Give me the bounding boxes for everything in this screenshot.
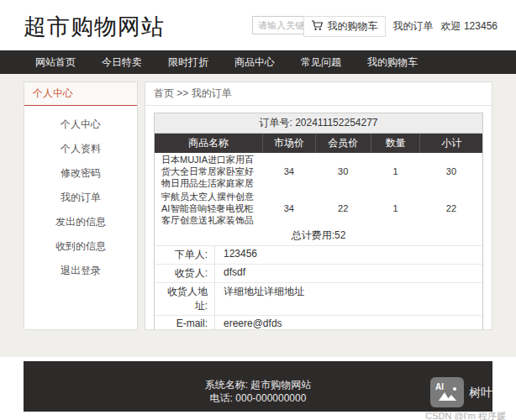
site-title: 超市购物网站 bbox=[24, 12, 165, 42]
order-number-value: 202411152254277 bbox=[295, 117, 377, 129]
subtotal: 22 bbox=[420, 190, 482, 227]
table-body: 日本MUJIA进口家用百货大全日常居家卧室好物日用品生活家庭家居 34 30 1… bbox=[155, 153, 482, 227]
watermark: AI 树叶云 CSDN @I'm 程序媛 bbox=[425, 377, 506, 420]
member-price: 30 bbox=[315, 153, 371, 190]
sidebar-item[interactable]: 个人资料 bbox=[24, 137, 137, 161]
sidebar-menu: 个人中心 个人资料 修改密码 我的订单 发出的信息 收到的信息 退出登录 bbox=[24, 106, 137, 283]
sidebar-item[interactable]: 收到的信息 bbox=[24, 234, 137, 259]
content-band: 个人中心 个人中心 个人资料 修改密码 我的订单 发出的信息 收到的信息 退出登… bbox=[0, 74, 516, 357]
footer-system-label: 系统名称: bbox=[205, 379, 248, 391]
nav-item[interactable]: 商品中心 bbox=[228, 50, 282, 74]
product-name: 宇航员太空人摆件创意AI智能音响轻奢电视柜客厅创意送礼家装饰品 bbox=[155, 190, 263, 227]
market-price: 34 bbox=[263, 190, 315, 227]
watermark-credit: CSDN @I'm 程序媛 bbox=[425, 410, 506, 420]
footer-phone-label: 电话: bbox=[210, 392, 233, 404]
table-header-cell: 小计 bbox=[420, 134, 482, 153]
order-items-table: 商品名称 市场价 会员价 数量 小计 bbox=[155, 134, 482, 227]
header: 超市购物网站 我的购物车 我的订单 欢迎 123456 bbox=[0, 0, 516, 50]
detail-value: ereere@dfds bbox=[215, 316, 482, 330]
detail-value: 123456 bbox=[215, 246, 482, 264]
watermark-text-light: 树叶 bbox=[469, 386, 492, 399]
footer-phone: 电话: 000-000000000 bbox=[24, 391, 492, 405]
header-links: 我的购物车 我的订单 欢迎 123456 bbox=[303, 16, 498, 37]
sidebar-title: 个人中心 bbox=[24, 82, 137, 106]
cart-icon bbox=[311, 20, 324, 34]
nav-item[interactable]: 今日特卖 bbox=[95, 50, 149, 74]
footer: 系统名称: 超市购物网站 电话: 000-000000000 bbox=[24, 361, 492, 412]
header-cart-label: 我的购物车 bbox=[328, 19, 378, 34]
detail-value: 详细地址详细地址 bbox=[215, 283, 482, 315]
sidebar-item[interactable]: 我的订单 bbox=[24, 186, 137, 210]
ai-image-icon: AI bbox=[430, 377, 464, 407]
sidebar-item[interactable]: 修改密码 bbox=[24, 161, 137, 186]
nav-list: 网站首页 今日特卖 限时打折 商品中心 常见问题 我的购物车 bbox=[0, 50, 516, 74]
breadcrumb[interactable]: 首页 >> 我的订单 bbox=[145, 82, 492, 106]
table-row: 宇航员太空人摆件创意AI智能音响轻奢电视柜客厅创意送礼家装饰品 34 22 1 … bbox=[155, 190, 482, 227]
main-nav: 网站首页 今日特卖 限时打折 商品中心 常见问题 我的购物车 bbox=[0, 50, 516, 74]
nav-item[interactable]: 网站首页 bbox=[29, 50, 82, 74]
footer-system-name: 系统名称: 超市购物网站 bbox=[24, 378, 492, 391]
order-panel: 订单号: 202411152254277 商品名称 市场价 会员价 bbox=[154, 113, 483, 330]
sidebar: 个人中心 个人中心 个人资料 修改密码 我的订单 发出的信息 收到的信息 退出登… bbox=[24, 81, 138, 330]
nav-item[interactable]: 限时打折 bbox=[161, 50, 215, 74]
detail-row: 收货人: dfsdf bbox=[155, 264, 482, 282]
detail-row: E-mail: ereere@dfds bbox=[155, 315, 482, 330]
detail-label: 收货人: bbox=[155, 265, 215, 282]
table-header-row: 商品名称 市场价 会员价 数量 小计 bbox=[155, 134, 482, 153]
nav-item[interactable]: 我的购物车 bbox=[361, 50, 424, 74]
svg-text:AI: AI bbox=[435, 382, 444, 391]
watermark-text-bold: 云 bbox=[492, 385, 506, 399]
table-header-cell: 会员价 bbox=[315, 134, 371, 153]
subtotal: 30 bbox=[420, 153, 482, 190]
total-cost: 总计费用:52 bbox=[155, 227, 482, 245]
header-cart-link[interactable]: 我的购物车 bbox=[303, 16, 386, 37]
table-row: 日本MUJIA进口家用百货大全日常居家卧室好物日用品生活家庭家居 34 30 1… bbox=[155, 153, 482, 190]
sidebar-item[interactable]: 退出登录 bbox=[24, 259, 137, 283]
order-details: 下单人: 123456 收货人: dfsdf 收货人地址: 详细地址详细地址 bbox=[155, 245, 482, 330]
detail-label: 下单人: bbox=[155, 246, 215, 264]
footer-phone-value: 000-000000000 bbox=[235, 392, 306, 404]
market-price: 34 bbox=[263, 153, 315, 190]
detail-row: 收货人地址: 详细地址详细地址 bbox=[155, 282, 482, 315]
table-header-cell: 市场价 bbox=[263, 134, 315, 153]
welcome-text: 欢迎 123456 bbox=[441, 19, 498, 34]
sidebar-item[interactable]: 个人中心 bbox=[24, 113, 137, 137]
member-price: 22 bbox=[315, 190, 371, 227]
watermark-row: AI 树叶云 bbox=[425, 377, 506, 407]
table-header-cell: 商品名称 bbox=[155, 134, 263, 153]
detail-label: E-mail: bbox=[155, 316, 215, 330]
detail-label: 收货人地址: bbox=[155, 283, 215, 315]
footer-system-value: 超市购物网站 bbox=[250, 379, 311, 391]
detail-row: 下单人: 123456 bbox=[155, 245, 482, 264]
quantity: 1 bbox=[371, 153, 420, 190]
detail-value: dfsdf bbox=[215, 265, 482, 282]
sidebar-item[interactable]: 发出的信息 bbox=[24, 210, 137, 234]
nav-item[interactable]: 常见问题 bbox=[294, 50, 348, 74]
order-number-label: 订单号: bbox=[259, 117, 292, 129]
watermark-text: 树叶云 bbox=[469, 384, 506, 402]
product-name: 日本MUJIA进口家用百货大全日常居家卧室好物日用品生活家庭家居 bbox=[155, 153, 263, 190]
order-number-row: 订单号: 202411152254277 bbox=[155, 113, 482, 134]
main-content: 首页 >> 我的订单 订单号: 202411152254277 商品名称 市场价 bbox=[145, 81, 492, 330]
table-header-cell: 数量 bbox=[371, 134, 420, 153]
quantity: 1 bbox=[371, 190, 420, 227]
header-orders-link[interactable]: 我的订单 bbox=[393, 19, 434, 34]
